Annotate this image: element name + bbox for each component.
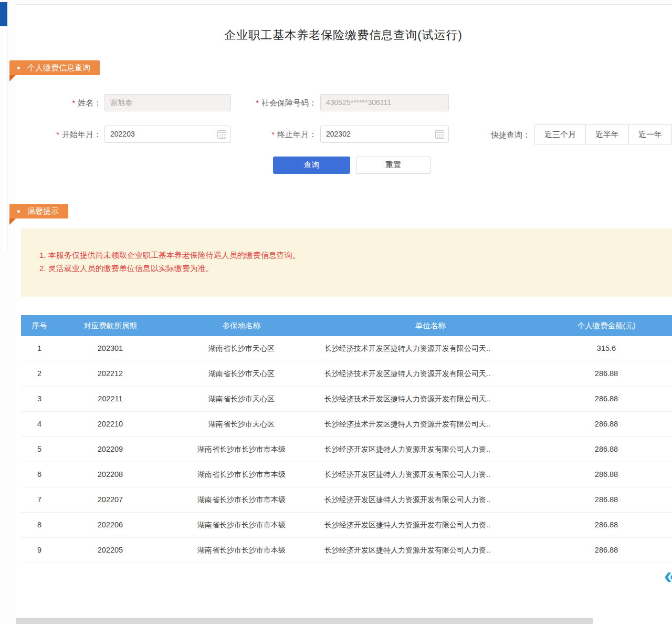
quick-query-label: 快捷查询： bbox=[480, 126, 530, 144]
table-cell: 湖南省长沙市长沙市市本级 bbox=[163, 462, 320, 487]
table-row: 6202208湖南省长沙市长沙市市本级长沙经济开发区捷特人力资源开发有限公司人力… bbox=[21, 462, 672, 487]
table-cell: 长沙经济开发区捷特人力资源开发有限公司人力资.. bbox=[320, 538, 541, 563]
table-cell: 长沙经济开发区捷特人力资源开发有限公司人力资.. bbox=[320, 513, 541, 537]
table-row: 4202210湖南省长沙市天心区长沙经济技术开发区捷特人力资源开发有限公司天..… bbox=[21, 412, 672, 437]
table-cell: 202210 bbox=[58, 412, 163, 436]
table-cell: 202301 bbox=[58, 336, 163, 361]
table-cell: 202212 bbox=[58, 361, 163, 386]
section-badge-personal-payment-query: 个人缴费信息查询 bbox=[9, 60, 100, 75]
left-nav-indicator bbox=[0, 2, 7, 26]
table-header-cell: 参保地名称 bbox=[163, 315, 320, 336]
table-cell: 7 bbox=[21, 487, 58, 512]
table-cell: 286.88 bbox=[541, 538, 672, 563]
table-cell: 湖南省长沙市长沙市市本级 bbox=[163, 538, 320, 563]
table-row: 3202211湖南省长沙市天心区长沙经济技术开发区捷特人力资源开发有限公司天..… bbox=[21, 387, 672, 412]
table-header-cell: 个人缴费金额(元) bbox=[541, 315, 672, 336]
collapse-chevron-icon[interactable]: « bbox=[664, 563, 672, 587]
table-cell: 湖南省长沙市长沙市市本级 bbox=[163, 487, 320, 512]
quick-query-group: 近三个月 近半年 近一年 bbox=[534, 124, 672, 144]
table-cell: 202208 bbox=[58, 462, 163, 487]
table-cell: 湖南省长沙市天心区 bbox=[163, 336, 320, 361]
table-cell: 长沙经济技术开发区捷特人力资源开发有限公司天.. bbox=[320, 361, 541, 386]
required-asterisk: * bbox=[272, 130, 275, 139]
quick-query-last-3-months-button[interactable]: 近三个月 bbox=[534, 124, 586, 144]
table-cell: 长沙经济技术开发区捷特人力资源开发有限公司天.. bbox=[320, 387, 541, 411]
table-header-cell: 单位名称 bbox=[320, 315, 541, 336]
section-badge-label: 个人缴费信息查询 bbox=[27, 63, 90, 72]
section-badge-label: 温馨提示 bbox=[27, 206, 59, 215]
table-cell: 湖南省长沙市天心区 bbox=[163, 387, 320, 411]
tips-line: 1. 本服务仅提供尚未领取企业职工基本养老保险待遇人员的缴费信息查询。 bbox=[39, 248, 672, 262]
table-cell: 长沙经济开发区捷特人力资源开发有限公司人力资.. bbox=[320, 487, 541, 512]
table-cell: 286.88 bbox=[541, 513, 672, 537]
end-month-input[interactable]: 202302 bbox=[320, 126, 449, 143]
ribbon-fold bbox=[9, 219, 16, 225]
page: 企业职工基本养老保险缴费信息查询(试运行) 个人缴费信息查询 *姓名： 谢旭泰 … bbox=[0, 0, 672, 624]
ribbon-fold bbox=[9, 75, 16, 81]
table-cell: 202211 bbox=[58, 387, 163, 411]
table-cell: 长沙经济技术开发区捷特人力资源开发有限公司天.. bbox=[320, 336, 541, 361]
bullet-icon bbox=[17, 67, 20, 69]
required-asterisk: * bbox=[256, 99, 259, 107]
table-header-cell: 对应费款所属期 bbox=[58, 315, 163, 336]
table-cell: 202209 bbox=[58, 437, 163, 462]
table-row: 2202212湖南省长沙市天心区长沙经济技术开发区捷特人力资源开发有限公司天..… bbox=[21, 361, 672, 387]
table-cell: 202205 bbox=[58, 538, 163, 563]
table-cell: 长沙经济技术开发区捷特人力资源开发有限公司天.. bbox=[320, 412, 541, 436]
start-month-input[interactable]: 202203 bbox=[104, 126, 231, 143]
table-header-row: 序号 对应费款所属期 参保地名称 单位名称 个人缴费金额(元) bbox=[21, 315, 672, 336]
quick-query-last-half-year-button[interactable]: 近半年 bbox=[585, 124, 629, 144]
table-cell: 5 bbox=[21, 437, 58, 462]
table-cell: 长沙经济开发区捷特人力资源开发有限公司人力资.. bbox=[320, 437, 541, 462]
table-cell: 长沙经济开发区捷特人力资源开发有限公司人力资.. bbox=[320, 462, 541, 487]
table-cell: 286.88 bbox=[541, 412, 672, 436]
page-title: 企业职工基本养老保险缴费信息查询(试运行) bbox=[15, 27, 672, 43]
table-cell: 202206 bbox=[58, 513, 163, 537]
start-month-label: *开始年月： bbox=[37, 126, 101, 143]
table-cell: 286.88 bbox=[541, 462, 672, 487]
tips-line: 2. 灵活就业人员的缴费单位信息以实际缴费为准。 bbox=[39, 262, 672, 275]
table-cell: 9 bbox=[21, 538, 58, 563]
ssn-label: *社会保障号码： bbox=[231, 94, 317, 111]
tips-notice-box: 1. 本服务仅提供尚未领取企业职工基本养老保险待遇人员的缴费信息查询。 2. 灵… bbox=[21, 228, 672, 297]
name-input[interactable]: 谢旭泰 bbox=[104, 94, 231, 111]
table-row: 5202209湖南省长沙市长沙市市本级长沙经济开发区捷特人力资源开发有限公司人力… bbox=[21, 437, 672, 462]
bullet-icon bbox=[17, 210, 20, 213]
table-cell: 3 bbox=[21, 387, 58, 411]
table-cell: 湖南省长沙市长沙市市本级 bbox=[163, 513, 320, 537]
calendar-icon[interactable] bbox=[435, 130, 444, 139]
table-row: 7202207湖南省长沙市长沙市市本级长沙经济开发区捷特人力资源开发有限公司人力… bbox=[21, 487, 672, 513]
section-badge-tips: 温馨提示 bbox=[9, 204, 68, 219]
table-cell: 6 bbox=[21, 462, 58, 487]
footer-strip bbox=[16, 618, 593, 624]
table-cell: 湖南省长沙市天心区 bbox=[163, 361, 320, 386]
required-asterisk: * bbox=[72, 99, 75, 107]
name-label: *姓名： bbox=[37, 94, 101, 111]
end-month-label: *终止年月： bbox=[231, 126, 317, 143]
table-cell: 286.88 bbox=[541, 361, 672, 386]
payment-table: 序号 对应费款所属期 参保地名称 单位名称 个人缴费金额(元) 1202301湖… bbox=[21, 315, 672, 563]
table-cell: 202207 bbox=[58, 487, 163, 512]
sidebar-divider bbox=[7, 29, 7, 252]
quick-query-last-year-button[interactable]: 近一年 bbox=[628, 124, 672, 144]
table-cell: 湖南省长沙市长沙市市本级 bbox=[163, 437, 320, 462]
table-row: 9202205湖南省长沙市长沙市市本级长沙经济开发区捷特人力资源开发有限公司人力… bbox=[21, 538, 672, 563]
table-cell: 8 bbox=[21, 513, 58, 537]
table-cell: 4 bbox=[21, 412, 58, 436]
reset-button[interactable]: 重置 bbox=[356, 157, 430, 174]
table-cell: 2 bbox=[21, 361, 58, 386]
table-row: 8202206湖南省长沙市长沙市市本级长沙经济开发区捷特人力资源开发有限公司人力… bbox=[21, 513, 672, 538]
query-button[interactable]: 查询 bbox=[273, 157, 350, 174]
ssn-input[interactable]: 430525******306111 bbox=[320, 94, 449, 111]
table-cell: 1 bbox=[21, 336, 58, 361]
table-cell: 286.88 bbox=[541, 437, 672, 462]
required-asterisk: * bbox=[57, 130, 59, 139]
table-cell: 315.6 bbox=[541, 336, 672, 361]
table-cell: 286.88 bbox=[541, 387, 672, 411]
table-cell: 湖南省长沙市天心区 bbox=[163, 412, 320, 436]
table-cell: 286.88 bbox=[541, 487, 672, 512]
calendar-icon[interactable] bbox=[217, 130, 226, 139]
table-row: 1202301湖南省长沙市天心区长沙经济技术开发区捷特人力资源开发有限公司天..… bbox=[21, 336, 672, 361]
table-header-cell: 序号 bbox=[21, 315, 58, 336]
table-body: 1202301湖南省长沙市天心区长沙经济技术开发区捷特人力资源开发有限公司天..… bbox=[21, 336, 672, 563]
